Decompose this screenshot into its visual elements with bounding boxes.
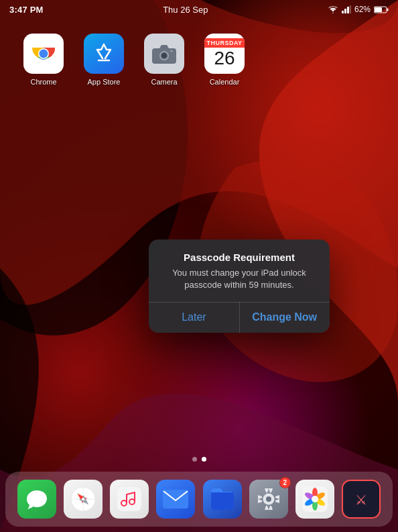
svg-rect-4 — [350, 5, 351, 13]
svg-rect-2 — [344, 9, 346, 13]
status-icons: 62% — [328, 5, 389, 14]
change-now-button[interactable]: Change Now — [239, 302, 330, 333]
svg-rect-6 — [387, 8, 389, 11]
later-button[interactable]: Later — [149, 302, 239, 333]
status-time: 3:47 PM — [9, 5, 44, 15]
status-bar: 3:47 PM Thu 26 Sep 62% — [0, 0, 398, 19]
passcode-modal: Passcode Requirement You must change you… — [149, 240, 330, 333]
signal-icon — [342, 5, 351, 13]
battery-text: 62% — [354, 5, 371, 14]
modal-title: Passcode Requirement — [162, 252, 316, 263]
wifi-icon — [328, 5, 338, 13]
status-date: Thu 26 Sep — [163, 5, 208, 15]
svg-rect-3 — [347, 7, 349, 13]
svg-rect-1 — [342, 11, 344, 13]
modal-content: Passcode Requirement You must change you… — [149, 240, 330, 291]
battery-icon — [374, 6, 389, 13]
modal-buttons: Later Change Now — [149, 302, 330, 333]
modal-message: You must change your iPad unlock passcod… — [162, 267, 316, 291]
modal-overlay: Passcode Requirement You must change you… — [0, 0, 398, 532]
svg-rect-7 — [375, 7, 382, 12]
